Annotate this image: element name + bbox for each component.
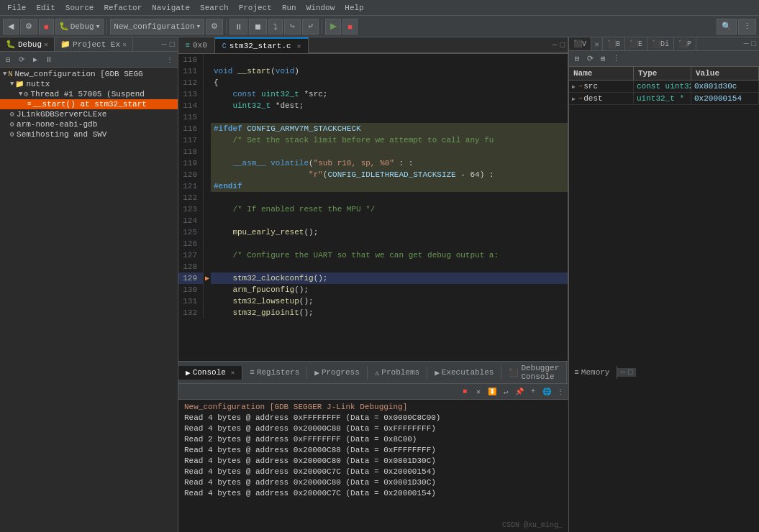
more-tools-button[interactable]: ⋮ (738, 19, 756, 35)
project-tab-close[interactable]: ✕ (122, 40, 127, 49)
maximize-left-panel[interactable]: □ (170, 40, 175, 50)
menu-navigate[interactable]: Navigate (147, 2, 194, 14)
layout-vars-btn[interactable]: ⊞ (596, 52, 609, 65)
more-vars-btn[interactable]: ⋮ (609, 52, 622, 65)
show-pins-btn[interactable]: 📌 (513, 385, 526, 398)
tab-problems[interactable]: ⚠ Problems (368, 366, 427, 380)
editor-tab-stm32[interactable]: C stm32_start.c ✕ (215, 37, 309, 53)
clear-console-btn[interactable]: ✕ (472, 385, 485, 398)
resume-button[interactable]: ⏸ (229, 19, 247, 35)
stop-console-btn[interactable]: ■ (458, 385, 471, 398)
maximize-bottom[interactable]: □ (628, 368, 633, 377)
config-name-dropdown[interactable]: New_configuration ▾ (110, 19, 204, 35)
tab-console[interactable]: ▶ Console ✕ (178, 366, 242, 380)
collapse-all-btn[interactable]: ⊟ (1, 53, 14, 66)
tab-stm32-close[interactable]: ✕ (297, 42, 301, 50)
menu-window[interactable]: Window (302, 2, 340, 14)
menu-refactor[interactable]: Refactor (99, 2, 146, 14)
menu-file[interactable]: File (3, 2, 30, 14)
more-console-btn[interactable]: ⋮ (554, 385, 567, 398)
expand-dest-arrow[interactable]: ▶ (572, 96, 576, 102)
search-button[interactable]: 🔍 (717, 19, 737, 35)
vars-icon: ⬛ (573, 40, 582, 48)
minimize-left-panel[interactable]: ─ (162, 40, 167, 50)
disassembly-tab[interactable]: ⬛ Di (647, 37, 674, 50)
expand-arrow-thread: ▼ (19, 91, 22, 98)
tree-item-thread[interactable]: ▼ ⚙ Thread #1 57005 (Suspend (0, 89, 178, 99)
step-into-button[interactable]: ⤵ (268, 19, 283, 35)
thread-icon: ⚙ (24, 90, 28, 98)
debug-config-dropdown[interactable]: 🐛 Debug ▾ (55, 19, 104, 35)
minimize-bottom[interactable]: ─ (620, 368, 625, 377)
terminate-button[interactable]: ■ (342, 19, 358, 35)
tree-item-gdb[interactable]: ⚙ arm-none-eabi-gdb (0, 119, 178, 129)
menu-edit[interactable]: Edit (32, 2, 59, 14)
suspend-all-btn[interactable]: ⏸ (42, 53, 55, 66)
resume-all-btn[interactable]: ▶ (29, 53, 42, 66)
menu-source[interactable]: Source (61, 2, 99, 14)
expand-src-arrow[interactable]: ▶ (572, 83, 576, 90)
settings-button[interactable]: ⚙ (20, 19, 37, 35)
code-line-128: 128 (178, 261, 568, 272)
back-button[interactable]: ◀ (3, 19, 19, 35)
left-panel-toolbar: ⊟ ⟳ ▶ ⏸ ⋮ (0, 52, 178, 68)
var-row-src[interactable]: ▶ → src const uint32_t * 0x801d30c (569, 81, 759, 93)
menu-help[interactable]: Help (340, 2, 368, 14)
suspend-button[interactable]: ⏹ (249, 19, 267, 35)
console-output[interactable]: New_configuration [GDB SEGGER J-Link Deb… (178, 400, 568, 532)
view-menu-btn[interactable]: ⋮ (163, 53, 176, 66)
vars-col-type: Type (634, 67, 691, 80)
open-in-browser-btn[interactable]: 🌐 (540, 385, 553, 398)
tab-debugger-console[interactable]: ⬛ Debugger Console (501, 362, 567, 383)
run-button[interactable]: ▶ (325, 19, 341, 35)
var-row-dest[interactable]: ▶ → dest uint32_t * 0x20000154 (569, 93, 759, 105)
code-editor[interactable]: 110 111 void __start(void) 112 { (178, 54, 568, 361)
peripherals-tab[interactable]: ⬛ P (674, 37, 696, 50)
tab-debug[interactable]: 🐛 Debug ✕ (0, 37, 55, 51)
minimize-editor[interactable]: ─ (553, 41, 558, 50)
code-line-116: 116 #ifdef CONFIG_ARMV7M_STACKCHECK (178, 123, 568, 134)
code-line-129: 129 ▶ stm32_clockconfig(); (178, 272, 568, 284)
breakpoints-tab[interactable]: ⬛ B (603, 37, 625, 50)
stop-button[interactable]: ■ (39, 19, 54, 35)
step-return-button[interactable]: ⤶ (302, 19, 319, 35)
line-marker-127 (204, 249, 211, 261)
tab-progress[interactable]: ▶ Progress (307, 366, 367, 380)
tree-item-new-configuration[interactable]: ▼ N New_configuration [GDB SEGG (0, 69, 178, 79)
tree-item-semihosting[interactable]: ⚙ Semihosting and SWV (0, 129, 178, 139)
debug-tab-close[interactable]: ✕ (44, 40, 48, 49)
tree-item-start-frame[interactable]: ≡ __start() at stm32_start (0, 99, 178, 109)
tab-executables[interactable]: ▶ Executables (427, 366, 501, 380)
tab-memory[interactable]: ≡ Memory (567, 366, 617, 379)
watermark: CSDN @xu_ming_ (502, 521, 563, 529)
collapse-vars-btn[interactable]: ⊟ (571, 52, 583, 65)
refresh-vars-btn[interactable]: ⟳ (583, 52, 596, 65)
menu-project[interactable]: Project (235, 2, 276, 14)
maximize-editor[interactable]: □ (560, 41, 565, 50)
tab-project-explorer[interactable]: 📁 Project Ex ✕ (55, 37, 133, 51)
progress-icon: ▶ (314, 368, 319, 377)
line-content-128 (211, 261, 568, 272)
line-content-122 (211, 192, 568, 203)
vars-panel-close[interactable]: ✕ (591, 37, 603, 50)
config-settings-btn[interactable]: ⚙ (206, 19, 223, 35)
new-console-btn[interactable]: + (527, 385, 540, 398)
tree-item-jlink[interactable]: ⚙ JLinkGDBServerCLExe (0, 109, 178, 119)
line-content-119: __asm__ volatile("sub r10, sp, %0" : : (211, 157, 568, 169)
word-wrap-btn[interactable]: ↵ (499, 385, 512, 398)
expressions-tab[interactable]: ⬛ E (625, 37, 647, 50)
connect-btn[interactable]: ⟳ (15, 53, 28, 66)
tab-stm32-icon: C (222, 42, 227, 50)
menu-run[interactable]: Run (278, 2, 301, 14)
maximize-right[interactable]: □ (751, 40, 756, 48)
debugger-console-label: Debugger Console (521, 364, 559, 381)
step-over-button[interactable]: ⤷ (284, 19, 301, 35)
vars-panel-close-btn[interactable]: ⬛ V (569, 37, 591, 50)
scroll-lock-btn[interactable]: ⏬ (486, 385, 499, 398)
minimize-right[interactable]: ─ (744, 40, 749, 48)
tree-item-nuttx[interactable]: ▼ 📁 nuttx (0, 79, 178, 89)
tab-registers[interactable]: ≡ Registers (242, 366, 307, 379)
console-close[interactable]: ✕ (231, 369, 235, 377)
editor-tab-0x0[interactable]: ≡ 0x0 (178, 37, 215, 53)
menu-search[interactable]: Search (196, 2, 233, 14)
